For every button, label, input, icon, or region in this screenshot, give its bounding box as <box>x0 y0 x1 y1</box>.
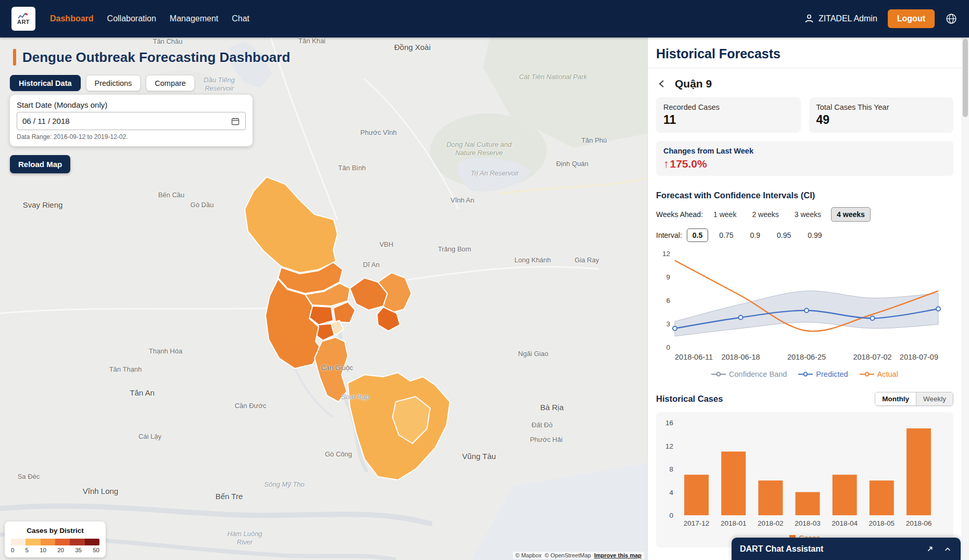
toggle-monthly[interactable]: Monthly <box>875 392 916 405</box>
improve-map-link[interactable]: Improve this map <box>594 552 641 558</box>
stat-label: Total Cases This Year <box>816 103 947 111</box>
date-value: 06 / 11 / 2018 <box>22 117 70 125</box>
language-globe-icon[interactable] <box>945 12 958 25</box>
forecast-panel: Historical Forecasts Quận 9 Recorded Cas… <box>647 37 969 560</box>
tab-compare[interactable]: Compare <box>146 75 195 91</box>
interval-option-0-95[interactable]: 0.95 <box>771 228 797 242</box>
bar <box>684 475 709 515</box>
interval-option-0-75[interactable]: 0.75 <box>713 228 739 242</box>
interval-label: Interval: <box>656 231 682 239</box>
forecast-chart-legend: Confidence BandPredictedActual <box>656 370 953 378</box>
svg-text:2018-05: 2018-05 <box>869 519 895 527</box>
chat-assistant-title: DART Chat Assistant <box>740 544 823 554</box>
map-area[interactable]: Tân ChâuTân KhaiĐồng XoàiDầu Tiếng Reser… <box>0 37 647 560</box>
reload-map-button[interactable]: Reload Map <box>10 155 70 173</box>
legend-glyph <box>798 372 813 377</box>
svg-text:2018-07-02: 2018-07-02 <box>853 353 891 361</box>
chevron-up-icon[interactable] <box>943 544 952 554</box>
legend-color-bar <box>11 539 99 545</box>
svg-text:2018-06-25: 2018-06-25 <box>787 353 826 361</box>
bar <box>870 480 894 515</box>
weeks-option-3-weeks[interactable]: 3 weeks <box>789 207 827 222</box>
interval-option-0-99[interactable]: 0.99 <box>802 228 827 242</box>
calendar-icon[interactable] <box>231 117 240 126</box>
nav-item-management[interactable]: Management <box>170 14 218 23</box>
toggle-weekly[interactable]: Weekly <box>916 392 953 405</box>
bar <box>721 452 746 515</box>
brand-logo[interactable]: ART <box>11 7 35 31</box>
weeks-option-1-week[interactable]: 1 week <box>708 207 742 222</box>
legend-swatch <box>11 539 26 545</box>
weeks-ahead-label: Weeks Ahead: <box>656 210 703 219</box>
historical-bar-card: 04812162017-122018-012018-022018-032018-… <box>656 412 953 548</box>
osm-link[interactable]: © OpenStreetMap <box>545 552 591 558</box>
legend-tick: 20 <box>57 547 64 553</box>
tab-historical-data[interactable]: Historical Data <box>10 75 81 91</box>
svg-text:9: 9 <box>666 273 670 281</box>
stat-label: Recorded Cases <box>663 103 794 111</box>
legend-tick: 50 <box>93 547 99 553</box>
stat-value: 49 <box>816 113 947 127</box>
bar <box>907 428 931 515</box>
legend-label: Predicted <box>816 370 848 378</box>
svg-text:2018-07-09: 2018-07-09 <box>900 353 938 361</box>
map-legend: Cases by District 0510203550 <box>5 521 106 557</box>
svg-text:0: 0 <box>666 343 670 351</box>
svg-text:3: 3 <box>666 320 670 328</box>
legend-label: Confidence Band <box>729 370 787 378</box>
panel-title: Historical Forecasts <box>656 46 953 61</box>
interval-option-0-9[interactable]: 0.9 <box>745 228 766 242</box>
forecast-line-chart: 0369122018-06-112018-06-182018-06-252018… <box>656 248 946 365</box>
map-attribution: © Mapbox © OpenStreetMap Improve this ma… <box>513 552 644 559</box>
svg-text:12: 12 <box>662 250 670 258</box>
bar <box>796 492 820 516</box>
stat-card-recorded: Recorded Cases 11 <box>656 97 801 133</box>
panel-scrollbar[interactable] <box>962 37 969 560</box>
page-title: Dengue Outbreak Forecasting Dashboard <box>22 49 290 66</box>
nav-item-chat[interactable]: Chat <box>232 14 249 23</box>
nav-item-collaboration[interactable]: Collaboration <box>107 14 156 23</box>
legend-label: Actual <box>877 370 898 378</box>
view-tabs: Historical DataPredictionsCompare <box>10 75 195 91</box>
legend-swatch <box>55 539 70 545</box>
legend-swatch <box>85 539 99 545</box>
weeks-options: 1 week2 weeks3 weeks4 weeks <box>708 207 871 222</box>
change-label: Changes from Last Week <box>663 147 946 155</box>
svg-text:2018-06-11: 2018-06-11 <box>675 353 713 361</box>
weeks-option-4-weeks[interactable]: 4 weeks <box>831 207 871 222</box>
svg-text:8: 8 <box>669 465 673 473</box>
change-value: ↑ 175.0% <box>663 158 946 170</box>
svg-text:2018-01: 2018-01 <box>721 519 747 527</box>
weeks-option-2-weeks[interactable]: 2 weeks <box>746 207 784 222</box>
svg-text:2018-03: 2018-03 <box>795 519 821 527</box>
tab-predictions[interactable]: Predictions <box>86 75 141 91</box>
svg-text:4: 4 <box>669 489 673 497</box>
legend-item-predicted: Predicted <box>798 370 848 378</box>
nav-item-dashboard[interactable]: Dashboard <box>50 14 94 23</box>
interval-options: 0.50.750.90.950.99 <box>687 228 828 242</box>
svg-text:2018-04: 2018-04 <box>832 519 858 527</box>
legend-item-confidence-band: Confidence Band <box>711 370 787 378</box>
top-navbar: ART DashboardCollaborationManagementChat… <box>0 0 969 37</box>
svg-text:16: 16 <box>665 419 673 427</box>
legend-swatch <box>41 539 55 545</box>
user-menu[interactable]: ZITADEL Admin <box>803 13 877 24</box>
chat-assistant-bar[interactable]: DART Chat Assistant <box>732 538 961 560</box>
date-card: Start Date (Mondays only) 06 / 11 / 2018… <box>10 95 253 146</box>
back-button[interactable] <box>656 78 669 90</box>
svg-text:6: 6 <box>666 297 670 304</box>
legend-swatch <box>26 539 40 545</box>
scrollbar-thumb[interactable] <box>963 39 968 117</box>
user-name: ZITADEL Admin <box>819 14 877 23</box>
historical-bar-chart: 04812162017-122018-012018-022018-032018-… <box>660 418 941 530</box>
legend-ticks: 0510203550 <box>11 547 99 553</box>
date-range-note: Data Range: 2016-09-12 to 2019-12-02. <box>17 133 246 141</box>
bar <box>833 475 857 515</box>
expand-icon[interactable] <box>925 544 935 554</box>
legend-tick: 0 <box>11 547 14 553</box>
interval-option-0-5[interactable]: 0.5 <box>687 228 708 242</box>
user-icon <box>803 13 815 24</box>
logout-button[interactable]: Logout <box>888 9 935 28</box>
date-input[interactable]: 06 / 11 / 2018 <box>17 112 246 130</box>
mapbox-link[interactable]: © Mapbox <box>515 552 542 558</box>
